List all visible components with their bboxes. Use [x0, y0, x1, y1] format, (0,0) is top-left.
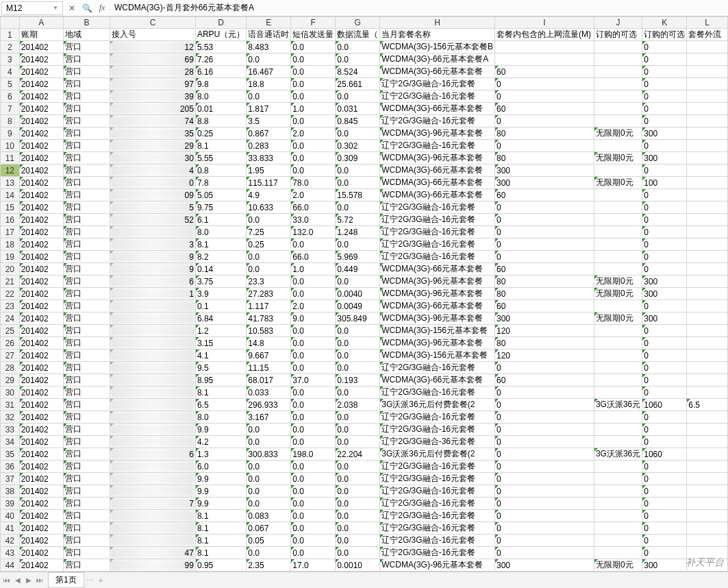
cell[interactable]: 0 — [494, 362, 594, 374]
cell[interactable] — [687, 214, 728, 226]
cell[interactable]: 3.75 — [195, 275, 246, 288]
cell[interactable]: 0.25 — [247, 238, 291, 251]
cell[interactable]: 1305 — [110, 510, 196, 522]
cell[interactable]: 9.9 — [195, 485, 246, 498]
cell[interactable] — [594, 53, 642, 66]
cell[interactable]: 1.0 — [291, 103, 336, 115]
cell[interactable]: 0.0 — [247, 251, 291, 263]
cell[interactable]: 0 — [642, 374, 687, 387]
cell[interactable]: 5.05 — [195, 189, 246, 201]
col-header-B[interactable]: B — [63, 17, 110, 29]
cell[interactable]: 0.067 — [247, 522, 291, 535]
cell[interactable]: 无限期0元 — [594, 313, 642, 325]
cell[interactable] — [687, 66, 728, 78]
cell[interactable] — [687, 177, 728, 189]
cell[interactable]: 5.969 — [336, 251, 380, 263]
cell[interactable]: 营口 — [63, 325, 110, 337]
cell[interactable]: 营口 — [63, 473, 110, 485]
cell[interactable]: 0 — [642, 78, 687, 90]
cell[interactable] — [594, 350, 642, 362]
cell[interactable]: 5.53 — [195, 41, 246, 53]
cell[interactable] — [594, 387, 642, 399]
cell[interactable]: 无限期0元 — [594, 152, 642, 164]
cell[interactable]: 60 — [494, 263, 594, 275]
cell[interactable]: 1554 — [110, 473, 196, 485]
cell[interactable]: 15647 — [110, 498, 196, 510]
cell[interactable] — [687, 90, 728, 103]
cell[interactable] — [687, 263, 728, 275]
magnify-icon[interactable]: 🔍 — [79, 3, 95, 13]
cell[interactable]: 营口 — [63, 152, 110, 164]
row-header[interactable]: 11 — [1, 152, 20, 164]
cell[interactable]: 1.2 — [195, 325, 246, 337]
cell[interactable]: 0.01 — [195, 103, 246, 115]
cell[interactable]: 辽宁2G/3G融合-36元套餐 — [380, 436, 495, 448]
horizontal-scrollbar[interactable] — [0, 561, 728, 572]
cell[interactable]: 18624 — [110, 374, 196, 387]
header-cell[interactable]: 套餐内包含的上网流量(M) — [494, 29, 594, 41]
cell[interactable]: WCDMA(3G)-96元基本套餐 — [380, 313, 495, 325]
cell[interactable]: 无限期0元 — [594, 288, 642, 300]
cell[interactable]: 营口 — [63, 350, 110, 362]
cell[interactable]: 201402 — [19, 214, 63, 226]
cell[interactable]: 辽宁2G/3G融合-16元套餐 — [380, 201, 495, 214]
cell[interactable]: 0 — [642, 473, 687, 485]
cell[interactable]: 1.0 — [291, 263, 336, 275]
cell[interactable]: 0 — [642, 337, 687, 350]
cell[interactable] — [687, 103, 728, 115]
cell[interactable]: 0.0 — [336, 275, 380, 288]
cell[interactable]: 8.8 — [195, 115, 246, 127]
cell[interactable] — [687, 535, 728, 547]
cell[interactable]: 0 — [642, 436, 687, 448]
cell[interactable]: 15.578 — [336, 189, 380, 201]
cell[interactable] — [594, 140, 642, 152]
cell[interactable]: 2.038 — [336, 399, 380, 411]
row-header[interactable]: 41 — [1, 522, 20, 535]
cell[interactable]: 1.3 — [195, 448, 246, 461]
cell[interactable]: 0.0 — [291, 399, 336, 411]
cell[interactable]: 0.0 — [247, 214, 291, 226]
cell[interactable] — [687, 337, 728, 350]
cell[interactable]: 300 — [642, 152, 687, 164]
col-header-A[interactable]: A — [19, 17, 63, 29]
cell[interactable]: 9.9 — [195, 424, 246, 436]
cell[interactable]: 300 — [494, 313, 594, 325]
cell[interactable]: 6.16 — [195, 66, 246, 78]
cell[interactable]: 营口 — [63, 251, 110, 263]
cell[interactable]: 0.0 — [291, 325, 336, 337]
cell[interactable]: 201402 — [19, 547, 63, 559]
cell[interactable]: 0 — [642, 263, 687, 275]
cell[interactable]: 0 — [494, 535, 594, 547]
header-cell[interactable]: 套餐外流 — [687, 29, 728, 41]
cell[interactable]: 0.0 — [291, 66, 336, 78]
cell[interactable]: 0.0 — [291, 41, 336, 53]
cell[interactable]: 0.0 — [291, 436, 336, 448]
formula-input[interactable]: WCDMA(3G)-首月套外66元基本套餐A — [110, 1, 728, 15]
cell[interactable] — [687, 510, 728, 522]
cell[interactable]: 8.1 — [195, 510, 246, 522]
cell[interactable]: 186409 — [110, 189, 196, 201]
cell[interactable]: 0 — [494, 78, 594, 90]
cell[interactable]: 0 — [642, 115, 687, 127]
cell[interactable]: 60 — [494, 189, 594, 201]
cell[interactable]: 0.309 — [336, 152, 380, 164]
cell[interactable]: WCDMA(3G)-66元基本套餐 — [380, 103, 495, 115]
cell[interactable]: 0 — [494, 547, 594, 559]
cell[interactable]: 5.72 — [336, 214, 380, 226]
cell[interactable]: 25.661 — [336, 78, 380, 90]
cell[interactable]: 0 — [642, 535, 687, 547]
row-header[interactable]: 13 — [1, 177, 20, 189]
cell[interactable]: 201402 — [19, 226, 63, 238]
cell[interactable]: 0.0 — [336, 325, 380, 337]
row-header[interactable]: 29 — [1, 374, 20, 387]
cell[interactable]: 0.0 — [291, 485, 336, 498]
cell[interactable]: 305.849 — [336, 313, 380, 325]
cell[interactable]: WCDMA(3G)-96元基本套餐 — [380, 152, 495, 164]
cell[interactable]: 41.783 — [247, 313, 291, 325]
cell[interactable] — [687, 522, 728, 535]
cell[interactable]: 1307 — [110, 411, 196, 424]
cell[interactable]: 营口 — [63, 127, 110, 140]
cell[interactable]: 辽宁2G/3G融合-16元套餐 — [380, 115, 495, 127]
cell[interactable]: 18644 — [110, 164, 196, 177]
cell[interactable]: 营口 — [63, 535, 110, 547]
